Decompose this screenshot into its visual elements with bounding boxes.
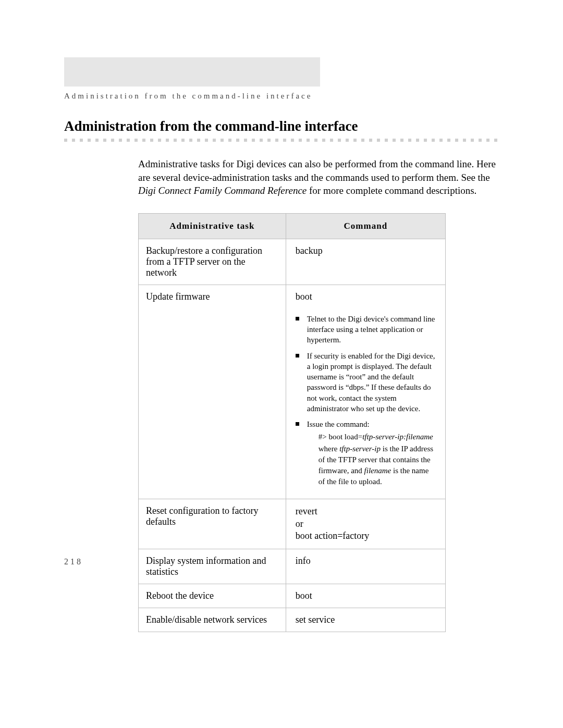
cmd-text: boot [296,291,312,302]
intro-reference: Digi Connect Family Command Reference [138,185,307,196]
table-row: Backup/restore a configuration from a TF… [139,239,446,285]
boot-instructions: Telnet to the Digi device's command line… [296,314,436,488]
task-cell: Reset configuration to factory defaults [139,499,286,549]
table-row: Display system information and statistic… [139,549,446,584]
top-grey-band [64,57,320,87]
page-number: 218 [64,557,83,566]
cmd-cell: info [286,549,445,584]
task-cell: Enable/disable network services [139,608,286,632]
boot-cmd-args: tftp-server-ip:filename [362,433,433,441]
cmd-cell: revert or boot action=factory [286,499,445,549]
cmd-text: info [296,556,311,566]
cmd-cell: backup [286,239,445,285]
task-cell: Update firmware [139,285,286,499]
intro-text-2: for more complete command descriptions. [307,185,476,196]
chapter-header: Administration from the command-line int… [64,92,499,101]
bullet-item: Issue the command: #> boot load=tftp-ser… [296,419,436,487]
cmd-text: backup [296,245,323,256]
dot-separator [64,138,499,143]
table-row: Reset configuration to factory defaults … [139,499,446,549]
cmd-cell: boot Telnet to the Digi device's command… [286,285,445,499]
command-table: Administrative task Command Backup/resto… [138,213,446,632]
col-header-cmd: Command [286,213,445,239]
cmd-cell: set service [286,608,445,632]
task-cell: Display system information and statistic… [139,549,286,584]
intro-paragraph: Administrative tasks for Digi devices ca… [138,157,499,198]
cmd-text: revert [296,505,436,517]
cmd-text: boot [296,590,312,601]
bullet-text: Issue the command: [307,420,370,428]
cmd-text: set service [296,614,335,625]
bullet-item: If security is enabled for the Digi devi… [296,351,436,414]
cmd-cell: boot [286,584,445,608]
intro-text-1: Administrative tasks for Digi devices ca… [138,158,496,183]
col-header-task: Administrative task [139,213,286,239]
boot-cmd-prefix: #> boot load= [319,433,362,441]
cmd-text: boot action=factory [296,530,436,542]
cmd-text: or [296,518,436,530]
boot-note: where tftp-server-ip is the IP address o… [307,443,436,487]
table-row: Update firmware boot Telnet to the Digi … [139,285,446,499]
boot-command-line: #> boot load=tftp-server-ip:filename [307,431,436,442]
table-row: Enable/disable network services set serv… [139,608,446,632]
task-cell: Backup/restore a configuration from a TF… [139,239,286,285]
section-title: Administration from the command-line int… [64,118,499,134]
task-cell: Reboot the device [139,584,286,608]
bullet-item: Telnet to the Digi device's command line… [296,314,436,346]
table-row: Reboot the device boot [139,584,446,608]
